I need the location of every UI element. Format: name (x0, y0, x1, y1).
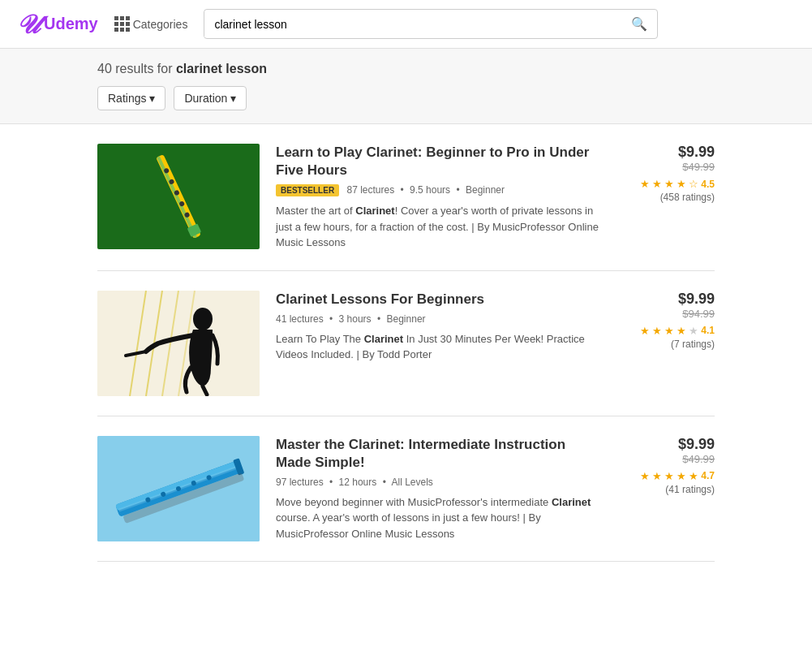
categories-button[interactable]: Categories (114, 16, 188, 32)
star-5: ★ (689, 470, 698, 482)
course-description: Learn To Play The Clarinet In Just 30 Mi… (276, 331, 601, 363)
price-current: $9.99 (617, 144, 715, 161)
categories-label: Categories (133, 18, 188, 31)
course-thumbnail[interactable] (97, 291, 260, 396)
star-rating: 4.1 (701, 325, 715, 336)
course-title[interactable]: Master the Clarinet: Intermediate Instru… (276, 436, 601, 472)
results-bar: 40 results for clarinet lesson Ratings ▾… (0, 49, 812, 124)
bold-keyword: Clarinet (355, 205, 394, 217)
results-text: 40 results for clarinet lesson (97, 62, 715, 76)
hours: 3 hours (339, 313, 372, 325)
course-meta: 41 lectures • 3 hours • Beginner (276, 313, 601, 325)
hours: 12 hours (339, 477, 377, 488)
stars-row: ★ ★ ★ ★ ★ 4.1 (617, 325, 715, 337)
rating-count: (7 ratings) (617, 339, 715, 350)
star-1: ★ (640, 325, 650, 337)
star-rating: 4.7 (701, 470, 715, 481)
course-thumbnail[interactable] (97, 436, 260, 541)
star-3: ★ (664, 325, 674, 337)
course-list: Learn to Play Clarinet: Beginner to Pro … (0, 124, 812, 562)
star-1: ★ (640, 178, 650, 190)
star-3: ★ (664, 470, 674, 482)
price-original: $49.99 (617, 453, 715, 465)
svg-rect-8 (97, 291, 260, 396)
results-count: 40 (97, 62, 112, 75)
duration-dropdown-icon: ▾ (230, 92, 236, 105)
course-price: $9.99 $49.99 ★ ★ ★ ★ ★ 4.7 (41 ratings) (617, 436, 715, 495)
ratings-filter-button[interactable]: Ratings ▾ (97, 86, 165, 110)
course-item: Clarinet Lessons For Beginners 41 lectur… (97, 271, 715, 416)
search-input[interactable] (204, 11, 621, 37)
course-title[interactable]: Learn to Play Clarinet: Beginner to Pro … (276, 144, 601, 179)
star-2: ★ (652, 470, 662, 482)
level: All Levels (392, 477, 433, 488)
course-description: Master the art of Clarinet! Cover a year… (276, 203, 601, 251)
search-bar: 🔍 (204, 9, 658, 39)
level: Beginner (466, 184, 505, 196)
svg-point-13 (193, 308, 213, 330)
price-current: $9.99 (617, 436, 715, 453)
dot: • (377, 313, 380, 325)
course-info: Master the Clarinet: Intermediate Instru… (276, 436, 601, 542)
dot: • (329, 313, 333, 325)
dot: • (401, 184, 404, 196)
course-title[interactable]: Clarinet Lessons For Beginners (276, 291, 601, 308)
duration-filter-label: Duration (184, 92, 227, 105)
course-item: Learn to Play Clarinet: Beginner to Pro … (97, 124, 715, 271)
dot: • (383, 477, 386, 488)
star-3: ★ (664, 178, 674, 190)
course-meta: BESTSELLER 87 lectures • 9.5 hours • Beg… (276, 184, 601, 196)
ratings-dropdown-icon: ▾ (149, 92, 155, 105)
star-2: ★ (652, 178, 662, 190)
star-4: ★ (677, 325, 686, 337)
ratings-filter-label: Ratings (108, 92, 146, 105)
results-prefix: results for (115, 62, 176, 75)
star-4: ★ (677, 178, 686, 190)
dot: • (456, 184, 459, 196)
grid-icon (114, 16, 130, 32)
hours: 9.5 hours (410, 184, 450, 196)
course-info: Learn to Play Clarinet: Beginner to Pro … (276, 144, 601, 251)
clarinet3-image (97, 436, 260, 541)
svg-rect-1 (157, 156, 197, 238)
silhouette-image (97, 291, 260, 396)
logo-name: Udemy (44, 15, 98, 33)
star-4: ★ (677, 470, 686, 482)
udemy-logo[interactable]: 𝒰 Udemy (16, 11, 98, 37)
clarinet-image (150, 148, 207, 245)
course-price: $9.99 $49.99 ★ ★ ★ ★ ☆ 4.5 (458 ratings) (617, 144, 715, 203)
lectures: 87 lectures (346, 184, 394, 196)
bold-keyword: Clarinet (552, 496, 591, 508)
star-2: ★ (652, 325, 662, 337)
stars-row: ★ ★ ★ ★ ☆ 4.5 (617, 178, 715, 190)
duration-filter-button[interactable]: Duration ▾ (174, 86, 247, 110)
price-original: $94.99 (617, 308, 715, 320)
lectures: 97 lectures (276, 477, 324, 488)
course-meta: 97 lectures • 12 hours • All Levels (276, 477, 601, 488)
dot: • (329, 477, 333, 488)
course-thumbnail[interactable] (97, 144, 260, 249)
price-original: $49.99 (617, 161, 715, 173)
star-5-empty: ★ (689, 325, 698, 337)
filter-row: Ratings ▾ Duration ▾ (97, 86, 715, 110)
price-current: $9.99 (617, 291, 715, 308)
star-rating: 4.5 (701, 179, 715, 190)
lectures: 41 lectures (276, 313, 324, 325)
logo-letter: 𝒰 (16, 11, 39, 37)
course-description: Move beyond beginner with MusicProfessor… (276, 494, 601, 542)
star-half: ☆ (689, 178, 698, 190)
course-info: Clarinet Lessons For Beginners 41 lectur… (276, 291, 601, 363)
course-price: $9.99 $94.99 ★ ★ ★ ★ ★ 4.1 (7 ratings) (617, 291, 715, 350)
rating-count: (41 ratings) (617, 484, 715, 495)
star-1: ★ (640, 470, 650, 482)
rating-count: (458 ratings) (617, 192, 715, 203)
level: Beginner (387, 313, 426, 325)
results-query: clarinet lesson (176, 62, 267, 75)
search-icon: 🔍 (631, 17, 647, 31)
stars-row: ★ ★ ★ ★ ★ 4.7 (617, 470, 715, 482)
bestseller-badge: BESTSELLER (276, 184, 339, 196)
course-item: Master the Clarinet: Intermediate Instru… (97, 416, 715, 563)
bold-keyword: Clarinet (364, 333, 403, 345)
search-button[interactable]: 🔍 (621, 10, 657, 38)
